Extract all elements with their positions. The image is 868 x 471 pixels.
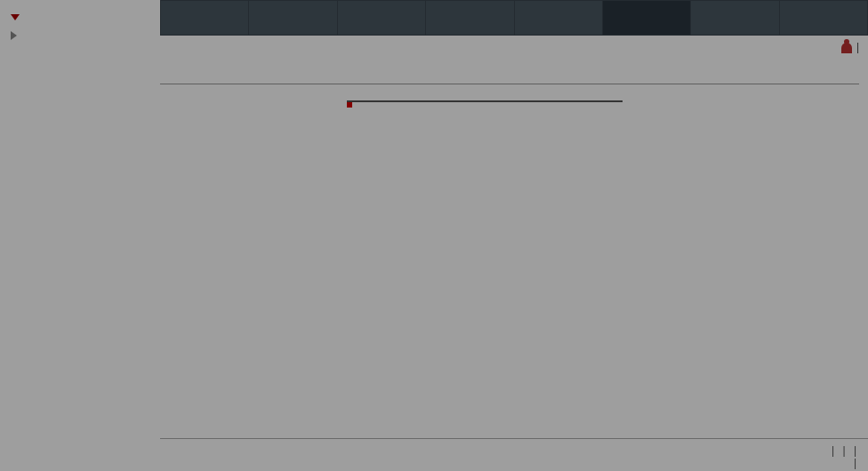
user-info: | — [160, 36, 868, 57]
top-nav — [160, 0, 868, 36]
tab-home[interactable] — [161, 1, 249, 35]
footer: | | | | — [160, 438, 868, 471]
chevron-down-icon — [11, 14, 20, 20]
tab-transaction-centre[interactable] — [515, 1, 603, 35]
page-title — [160, 73, 859, 84]
tab-download-centre[interactable] — [603, 1, 691, 35]
system-label — [169, 100, 347, 102]
sidebar — [0, 0, 160, 471]
tab-empty — [780, 1, 867, 35]
tab-business-card[interactable] — [426, 1, 514, 35]
sidebar-item-file-templates[interactable] — [7, 9, 153, 26]
chevron-right-icon — [11, 31, 17, 40]
mandatory-note — [160, 66, 859, 73]
tab-cash-management[interactable] — [249, 1, 337, 35]
breadcrumb — [160, 57, 859, 66]
tab-management[interactable] — [691, 1, 779, 35]
user-icon — [841, 43, 852, 53]
highlight-annotation — [347, 102, 352, 108]
sidebar-item-forms[interactable] — [7, 26, 153, 45]
system-select[interactable] — [347, 100, 623, 102]
tab-mpf[interactable] — [338, 1, 426, 35]
